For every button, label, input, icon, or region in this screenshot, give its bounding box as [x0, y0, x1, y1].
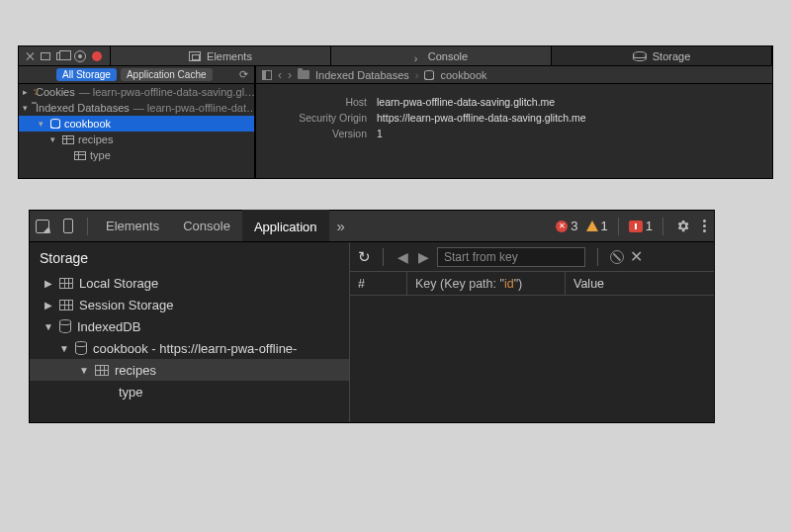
- database-icon: [424, 70, 434, 80]
- tab-elements[interactable]: Elements: [94, 211, 171, 242]
- detail-key-host: Host: [256, 96, 367, 108]
- index-name: type: [90, 149, 111, 161]
- col-number-label: #: [358, 277, 365, 291]
- sidebar-item-db-cookbook[interactable]: ▼ cookbook - https://learn-pwa-offline-: [30, 337, 349, 359]
- tab-elements[interactable]: Elements: [111, 46, 331, 65]
- sidebar-heading: Storage: [30, 248, 349, 272]
- tree-db-cookbook[interactable]: ▾ cookbook: [19, 116, 254, 132]
- chrome-main-pane: ↻ ◀ ▶ Start from key ✕ # Key (Key path: …: [350, 242, 714, 422]
- safari-main-pane: ‹ › Indexed Databases › cookbook Hostlea…: [256, 66, 772, 178]
- tab-application-label: Application: [254, 220, 317, 234]
- filter-application-cache[interactable]: Application Cache: [121, 68, 213, 81]
- table-icon: [74, 151, 86, 160]
- issues-count: 1: [646, 219, 653, 233]
- dock-left-icon[interactable]: [41, 52, 50, 60]
- database-icon: [50, 119, 60, 129]
- sidebar-item-session-storage[interactable]: ▶ Session Storage: [30, 294, 349, 315]
- tab-console[interactable]: Console: [331, 46, 552, 65]
- tab-console[interactable]: Console: [171, 211, 242, 242]
- storage-icon: [633, 51, 647, 61]
- tree-indexed-databases[interactable]: ▾ Indexed Databases — learn-pwa-offline-…: [19, 100, 254, 116]
- chevron-right-icon: ▶: [44, 300, 53, 310]
- page-next-icon[interactable]: ▶: [416, 249, 431, 265]
- issues-badge[interactable]: 1: [625, 219, 657, 233]
- safari-sidebar: All Storage Application Cache ⟳ ▸ Cookie…: [19, 66, 256, 178]
- safari-window-controls: [19, 46, 111, 65]
- gear-icon: [675, 219, 690, 233]
- device-icon: [63, 219, 73, 233]
- db-name: cookbook: [64, 118, 111, 130]
- chevron-down-icon: ▾: [23, 103, 28, 113]
- col-number[interactable]: #: [350, 272, 407, 295]
- refresh-icon[interactable]: ⟳: [239, 68, 248, 81]
- tree-cookies[interactable]: ▸ Cookies — learn-pwa-offline-data-savin…: [19, 84, 254, 100]
- chevron-right-icon: ▸: [23, 87, 28, 97]
- inspect-icon: [36, 220, 49, 233]
- detail-val-origin: https://learn-pwa-offline-data-saving.gl…: [377, 112, 586, 124]
- sidebar-item-store-recipes[interactable]: ▼ recipes: [30, 359, 349, 381]
- chevron-down-icon: ▼: [79, 365, 89, 376]
- database-icon: [75, 341, 87, 355]
- sidebar-item-indexeddb[interactable]: ▼ IndexedDB: [30, 315, 349, 337]
- more-options-button[interactable]: [695, 220, 714, 232]
- detail-val-version: 1: [377, 128, 383, 139]
- breadcrumb-db[interactable]: cookbook: [440, 69, 486, 81]
- col-value[interactable]: Value: [566, 272, 714, 295]
- sidebar-item-index-type[interactable]: type: [30, 381, 349, 402]
- dock-popout-icon[interactable]: [56, 52, 68, 60]
- tab-elements-label: Elements: [207, 50, 252, 62]
- inspect-element-button[interactable]: [30, 220, 55, 233]
- warnings-badge[interactable]: 1: [582, 219, 612, 233]
- chrome-devtools-panel: Elements Console Application » ✕ 3 1 1 S…: [30, 211, 714, 422]
- safari-sidebar-filters: All Storage Application Cache ⟳: [19, 66, 254, 84]
- tree-store-recipes[interactable]: ▾ recipes: [19, 132, 254, 147]
- nav-forward-icon[interactable]: ›: [288, 68, 292, 82]
- safari-breadcrumb-bar: ‹ › Indexed Databases › cookbook: [256, 66, 772, 84]
- chrome-data-toolbar: ↻ ◀ ▶ Start from key ✕: [350, 242, 714, 272]
- errors-count: 3: [571, 219, 577, 233]
- chevron-down-icon: ▾: [39, 119, 46, 129]
- toggle-sidebar-icon[interactable]: [262, 70, 272, 80]
- tab-application[interactable]: Application: [242, 210, 329, 241]
- delete-entry-icon[interactable]: ✕: [630, 247, 643, 266]
- close-icon[interactable]: [27, 52, 35, 60]
- start-key-input[interactable]: Start from key: [437, 247, 585, 267]
- chevron-down-icon: ▼: [59, 343, 69, 354]
- issue-icon: [629, 221, 643, 232]
- nav-back-icon[interactable]: ‹: [278, 68, 282, 82]
- col-key[interactable]: Key (Key path: "id"): [407, 272, 566, 295]
- filter-all-storage[interactable]: All Storage: [56, 68, 117, 81]
- clear-store-icon[interactable]: [610, 250, 624, 264]
- elements-icon: [189, 51, 201, 61]
- cookies-origin: — learn-pwa-offline-data-saving.gl…: [79, 86, 254, 98]
- breadcrumb-separator: ›: [415, 69, 419, 81]
- sidebar-item-local-storage[interactable]: ▶ Local Storage: [30, 272, 349, 294]
- detail-val-host: learn-pwa-offline-data-saving.glitch.me: [377, 96, 555, 108]
- separator: [597, 248, 598, 266]
- reload-icon[interactable]: ↻: [358, 248, 371, 266]
- error-indicator-icon[interactable]: [92, 51, 102, 61]
- safari-tab-bar: Elements Console Storage: [19, 46, 772, 66]
- detail-key-version: Version: [256, 128, 367, 139]
- errors-badge[interactable]: ✕ 3: [552, 219, 581, 233]
- store-label: recipes: [115, 363, 156, 378]
- tree-index-type[interactable]: type: [19, 147, 254, 163]
- console-icon: [414, 52, 422, 60]
- chrome-sidebar: Storage ▶ Local Storage ▶ Session Storag…: [30, 242, 350, 422]
- element-picker-icon[interactable]: [74, 50, 86, 62]
- tab-storage-label: Storage: [653, 50, 691, 62]
- cookies-label: Cookies: [36, 86, 75, 98]
- page-prev-icon[interactable]: ◀: [396, 249, 410, 265]
- indexeddb-label: IndexedDB: [77, 319, 140, 334]
- store-name: recipes: [78, 133, 113, 145]
- tab-storage[interactable]: Storage: [552, 46, 772, 65]
- folder-icon: [298, 70, 309, 79]
- breadcrumb-group[interactable]: Indexed Databases: [315, 69, 409, 81]
- error-icon: ✕: [556, 221, 568, 232]
- settings-button[interactable]: [669, 219, 695, 233]
- more-tabs-button[interactable]: »: [329, 218, 353, 234]
- index-label: type: [119, 385, 143, 399]
- device-toggle-button[interactable]: [55, 219, 81, 233]
- col-key-label: Key (Key path: "id"): [415, 277, 522, 291]
- storage-grid-icon: [95, 365, 109, 376]
